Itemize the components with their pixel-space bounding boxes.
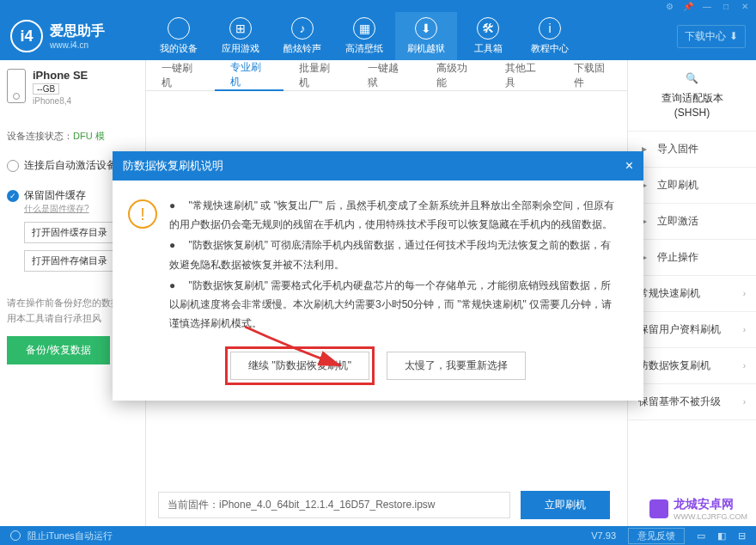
nav-label: 高清壁纸: [345, 42, 383, 55]
open-cache-label: 打开固件缓存目录: [32, 226, 107, 239]
chevron-right-icon: ›: [743, 361, 746, 370]
open-store-dir-button[interactable]: 打开固件存储目录›: [24, 250, 127, 272]
shsh-l2: (SHSH): [662, 106, 723, 120]
open-cache-dir-button[interactable]: 打开固件缓存目录›: [24, 222, 127, 243]
flash-now-button[interactable]: 立即刷机: [521, 491, 610, 519]
nav-label: 教程中心: [531, 42, 569, 55]
nav-label: 刷机越狱: [407, 42, 445, 55]
check-icon: ✓: [7, 190, 19, 202]
sb-icon-2[interactable]: ◧: [717, 530, 726, 542]
maximize-icon[interactable]: □: [722, 2, 730, 10]
nav-0[interactable]: 我的设备: [148, 12, 210, 60]
logo-title: 爱思助手: [50, 22, 105, 40]
continue-button[interactable]: 继续 "防数据恢复刷机": [230, 352, 369, 380]
close-icon[interactable]: ✕: [741, 2, 749, 10]
tab-5[interactable]: 其他工具: [490, 60, 558, 91]
logo-mark: i4: [10, 20, 43, 52]
nav-icon: ▦: [353, 17, 375, 40]
nav-icon: [168, 17, 190, 40]
nav-icon: 🛠: [477, 17, 499, 40]
sb-icon-3[interactable]: ⊟: [738, 530, 746, 542]
download-center-label: 下载中心: [685, 29, 726, 44]
right-action-1[interactable]: ▸立即刷机: [628, 169, 756, 201]
r-label: 常规快速刷机: [638, 286, 700, 301]
device-capacity: --GB: [33, 83, 59, 95]
r-label: 防数据恢复刷机: [638, 358, 710, 373]
warning-icon: !: [128, 199, 157, 229]
r-label: 导入固件: [657, 142, 698, 156]
opt1-label: 连接后自动激活设备: [24, 158, 117, 173]
modal-p1: ● "常规快速刷机" 或 "恢复出厂" 后，虽然手机变成了全新系统并且释放出全部…: [169, 196, 621, 234]
tab-1[interactable]: 专业刷机: [215, 60, 284, 91]
tab-0[interactable]: 一键刷机: [146, 60, 215, 91]
tab-4[interactable]: 高级功能: [421, 60, 490, 91]
nav-2[interactable]: ♪酷炫铃声: [271, 12, 333, 60]
tab-6[interactable]: 下载固件: [558, 60, 627, 91]
reselect-button[interactable]: 太慢了，我要重新选择: [387, 352, 526, 380]
modal-p2: ● "防数据恢复刷机" 可彻底清除手机内残留数据，通过任何技术手段均无法恢复之前…: [169, 236, 621, 273]
right-mode-3[interactable]: 保留基带不被升级›: [628, 386, 756, 418]
download-icon: ⬇: [729, 30, 738, 42]
phone-icon: [7, 69, 26, 103]
open-store-label: 打开固件存储目录: [32, 254, 107, 267]
r-label: 立即激活: [657, 214, 698, 229]
sb-icon-1[interactable]: ▭: [697, 530, 705, 542]
right-mode-0[interactable]: 常规快速刷机›: [628, 278, 756, 309]
nav-icon: ⬇: [415, 17, 437, 40]
shsh-l1: 查询适配版本: [662, 91, 723, 106]
modal-title: 防数据恢复刷机说明: [123, 158, 223, 174]
modal-p3: ● "防数据恢复刷机" 需要格式化手机内硬盘芯片的每一个存储单元，才能彻底销毁残…: [169, 276, 621, 334]
right-mode-2[interactable]: 防数据恢复刷机›: [628, 350, 756, 382]
device-name: iPhone SE: [33, 69, 88, 82]
nav-5[interactable]: 🛠工具箱: [457, 12, 519, 60]
nav-label: 应用游戏: [222, 42, 259, 55]
gear-icon[interactable]: ⚙: [665, 2, 674, 10]
device-model: iPhone8,4: [33, 96, 88, 106]
right-mode-1[interactable]: 保留用户资料刷机›: [628, 314, 756, 346]
nav-4[interactable]: ⬇刷机越狱: [395, 12, 457, 60]
right-action-2[interactable]: ▸立即激活: [628, 205, 756, 237]
chevron-right-icon: ›: [743, 325, 746, 334]
conn-label: 设备连接状态：: [7, 131, 73, 141]
pin-icon[interactable]: 📌: [684, 2, 692, 10]
right-action-3[interactable]: ▸停止操作: [628, 242, 756, 273]
nav-3[interactable]: ▦高清壁纸: [333, 12, 395, 60]
nav-icon: ⊞: [229, 17, 252, 40]
nav-6[interactable]: i教程中心: [519, 12, 581, 60]
conn-value: DFU 模: [73, 131, 105, 141]
fw-label: 当前固件：: [168, 499, 219, 511]
device-block: iPhone SE --GB iPhone8,4: [7, 69, 138, 106]
nav-icon: ♪: [291, 17, 314, 40]
anti-recovery-modal: 防数据恢复刷机说明 × ! ● "常规快速刷机" 或 "恢复出厂" 后，虽然手机…: [113, 151, 643, 401]
current-firmware: 当前固件：iPhone_4.0_64bit_12.1.4_16D57_Resto…: [158, 492, 510, 518]
itunes-block-label[interactable]: 阻止iTunes自动运行: [27, 530, 113, 542]
radio-icon: [7, 160, 19, 172]
search-icon: 🔍: [686, 72, 698, 84]
download-center-button[interactable]: 下载中心 ⬇: [677, 25, 746, 48]
modal-close-button[interactable]: ×: [625, 158, 633, 174]
connection-status: 设备连接状态：DFU 模: [7, 130, 138, 143]
nav-label: 工具箱: [474, 42, 503, 55]
tab-bar: 一键刷机专业刷机批量刷机一键越狱高级功能其他工具下载固件: [146, 60, 627, 91]
nav-label: 我的设备: [160, 42, 198, 55]
shsh-query[interactable]: 🔍查询适配版本(SHSH): [628, 64, 756, 129]
r-label: 保留用户资料刷机: [638, 322, 721, 337]
minimize-icon[interactable]: —: [703, 2, 711, 10]
backup-restore-button[interactable]: 备份/恢复数据: [7, 336, 110, 364]
feedback-button[interactable]: 意见反馈: [628, 528, 685, 544]
nav-label: 酷炫铃声: [284, 42, 321, 55]
tab-2[interactable]: 批量刷机: [284, 60, 352, 91]
nav-1[interactable]: ⊞应用游戏: [210, 12, 271, 60]
r-label: 立即刷机: [657, 178, 698, 193]
fw-file: iPhone_4.0_64bit_12.1.4_16D57_Restore.ip…: [219, 499, 436, 511]
logo[interactable]: i4 爱思助手 www.i4.cn: [10, 20, 148, 52]
tab-3[interactable]: 一键越狱: [352, 60, 421, 91]
chevron-right-icon: ›: [743, 289, 746, 298]
opt2-label: 保留固件缓存: [24, 188, 86, 203]
logo-url: www.i4.cn: [50, 40, 105, 50]
chevron-right-icon: ›: [743, 397, 746, 407]
right-action-0[interactable]: ▸导入固件: [628, 133, 756, 165]
itunes-toggle-icon[interactable]: [10, 530, 21, 541]
version-label: V7.93: [591, 530, 616, 541]
nav-icon: i: [539, 17, 561, 40]
